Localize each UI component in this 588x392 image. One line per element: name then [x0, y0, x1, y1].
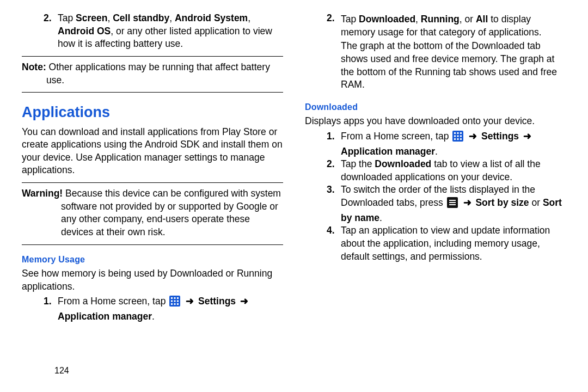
text: ,: [415, 14, 421, 24]
left-column: 2. Tap Screen, Cell standby, Android Sys…: [22, 12, 283, 387]
text: Tap: [58, 13, 76, 23]
right-column: 2. Tap Downloaded, Running, or All to di…: [305, 12, 566, 387]
downloaded-step-3: 3. To switch the order of the lists disp…: [327, 183, 566, 224]
section-heading-applications: Applications: [22, 102, 283, 122]
list-number: 2.: [327, 12, 341, 93]
step-body: Tap the Downloaded tab to view a list of…: [341, 158, 566, 183]
bold-text: Downloaded: [375, 158, 431, 169]
divider: [22, 92, 283, 93]
text: .: [379, 212, 382, 223]
arrow-icon: ➜: [523, 131, 531, 142]
bold-text: Running: [421, 14, 460, 24]
arrow-icon: ➜: [186, 296, 194, 307]
apps-grid-icon: [169, 296, 180, 310]
list-number: 2.: [327, 158, 341, 183]
text: , or: [460, 14, 476, 24]
divider: [22, 182, 283, 183]
bold-text: Application manager: [341, 146, 435, 157]
text: Tap: [341, 14, 359, 24]
battery-step-2: 2. Tap Screen, Cell standby, Android Sys…: [44, 12, 283, 51]
bold-text: Sort by size: [475, 197, 529, 208]
bold-text: Android OS: [58, 26, 111, 36]
applications-intro: You can download and install application…: [22, 126, 283, 177]
subheading-downloaded: Downloaded: [305, 101, 566, 113]
bold-text: Downloaded: [359, 14, 415, 24]
downloaded-step-2: 2. Tap the Downloaded tab to view a list…: [327, 158, 566, 183]
bold-text: Settings: [481, 131, 519, 142]
list-number: 1.: [44, 295, 58, 323]
warning-block: Warning! Because this device can be conf…: [22, 187, 283, 239]
memory-step-1: 1. From a Home screen, tap ➜ Settings ➜ …: [44, 295, 283, 323]
warning-label: Warning!: [22, 188, 63, 199]
list-number: 4.: [327, 224, 341, 263]
page-number: 124: [54, 365, 69, 377]
bold-text: Application manager: [58, 311, 152, 322]
text: .: [152, 311, 155, 322]
arrow-icon: ➜: [469, 131, 477, 142]
downloaded-step-1: 1. From a Home screen, tap ➜ Settings ➜ …: [327, 130, 566, 158]
subheading-memory-usage: Memory Usage: [22, 254, 283, 266]
arrow-icon: ➜: [240, 296, 248, 307]
note-text: Other applications may be running that a…: [46, 62, 270, 85]
memory-step-2: 2. Tap Downloaded, Running, or All to di…: [327, 12, 566, 93]
text: .: [435, 146, 438, 157]
step-body: To switch the order of the lists display…: [341, 183, 566, 224]
step-body: From a Home screen, tap ➜ Settings ➜ App…: [58, 295, 283, 323]
memory-usage-intro: See how memory is being used by Download…: [22, 267, 283, 293]
bold-text: Android System: [175, 13, 248, 23]
list-number: 2.: [44, 12, 58, 51]
menu-icon: [447, 197, 458, 212]
list-number: 1.: [327, 130, 341, 158]
text: ,: [169, 13, 175, 23]
text: or: [529, 197, 543, 208]
bold-text: All: [476, 14, 488, 24]
downloaded-step-4: 4. Tap an application to view and update…: [327, 224, 566, 263]
step-body: Tap Downloaded, Running, or All to displ…: [341, 12, 566, 93]
note-block: Note: Other applications may be running …: [22, 61, 283, 87]
downloaded-intro: Displays apps you have downloaded onto y…: [305, 115, 566, 128]
divider: [22, 244, 283, 245]
text: ,: [107, 13, 113, 23]
warning-text: Because this device can be configured wi…: [61, 188, 281, 237]
bold-text: Cell standby: [113, 13, 169, 23]
manual-page: 2. Tap Screen, Cell standby, Android Sys…: [0, 0, 588, 392]
apps-grid-icon: [452, 131, 463, 145]
step-body: Tap Screen, Cell standby, Android System…: [58, 12, 283, 51]
bold-text: Screen: [76, 13, 107, 23]
arrow-icon: ➜: [463, 197, 471, 208]
text: ,: [248, 13, 250, 23]
text: From a Home screen, tap: [58, 296, 168, 307]
divider: [22, 56, 283, 57]
text: The graph at the bottom of the Downloade…: [341, 40, 566, 91]
step-body: From a Home screen, tap ➜ Settings ➜ App…: [341, 130, 566, 158]
list-number: 3.: [327, 183, 341, 224]
text: Tap the: [341, 158, 375, 169]
step-body: Tap an application to view and update in…: [341, 224, 566, 263]
note-label: Note:: [22, 62, 46, 72]
bold-text: Settings: [198, 296, 236, 307]
text: From a Home screen, tap: [341, 131, 451, 142]
